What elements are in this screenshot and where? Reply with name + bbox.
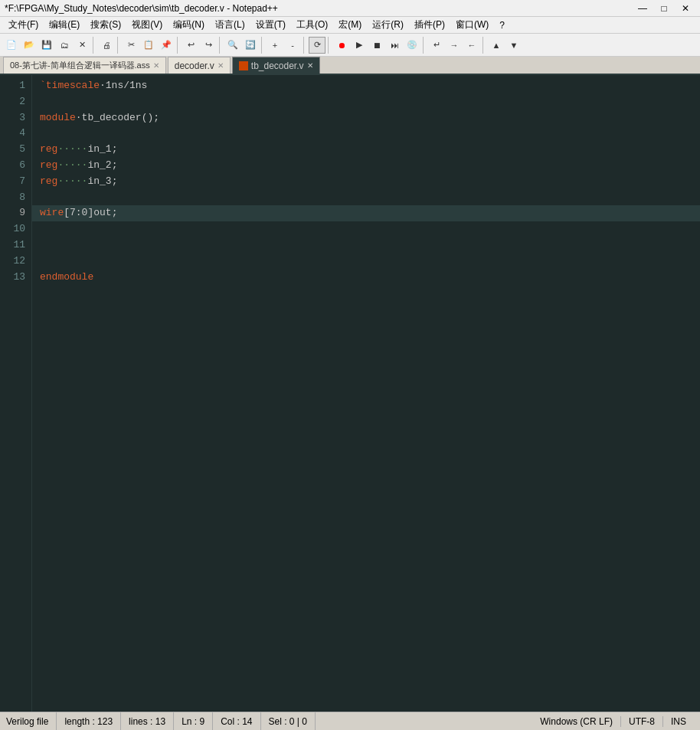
title-bar: *F:\FPGA\My_Study_Notes\decoder\sim\tb_d… <box>0 0 700 17</box>
window-controls: — □ ✕ <box>633 2 695 15</box>
unindent-button[interactable]: ← <box>463 37 480 54</box>
editor: 1 2 3 4 5 6 7 8 9 10 11 12 13 `timescale… <box>0 75 700 712</box>
status-bar: Verilog file length : 123 lines : 13 Ln … <box>0 712 700 730</box>
menu-file[interactable]: 文件(F) <box>3 17 44 33</box>
status-length: length : 123 <box>57 712 121 730</box>
close-button[interactable]: ✕ <box>675 2 695 15</box>
close-button-tb[interactable]: ✕ <box>74 37 90 54</box>
line-num-12: 12 <box>0 254 25 270</box>
tab-0[interactable]: 08-第七讲-简单组合逻辑一译码器.ass ✕ <box>3 57 166 74</box>
menu-view[interactable]: 视图(V) <box>126 17 168 33</box>
tab-0-close[interactable]: ✕ <box>153 61 159 70</box>
open-button[interactable]: 📂 <box>21 37 38 54</box>
play-button[interactable]: ▶ <box>351 37 368 54</box>
tab-2-icon <box>239 61 248 70</box>
status-lines: lines : 13 <box>121 712 174 730</box>
menu-plugins[interactable]: 插件(P) <box>409 17 450 33</box>
wrap-button[interactable]: ↵ <box>428 37 445 54</box>
line-num-7: 7 <box>0 174 25 190</box>
zoom-out-button[interactable]: - <box>284 37 301 54</box>
status-filetype: Verilog file <box>6 712 57 730</box>
sync-scroll-button[interactable]: ⟳ <box>309 37 325 54</box>
status-encoding: UTF-8 <box>621 716 663 727</box>
menu-search[interactable]: 搜索(S) <box>85 17 126 33</box>
menu-macro[interactable]: 宏(M) <box>333 17 367 33</box>
toolbar-separator-4 <box>219 37 222 54</box>
status-sel: Sel : 0 | 0 <box>261 712 316 730</box>
undo-button[interactable]: ↩ <box>182 37 199 54</box>
new-button[interactable]: 📄 <box>3 37 20 54</box>
status-right: Windows (CR LF) UTF-8 INS <box>540 716 694 727</box>
find-button[interactable]: 🔍 <box>224 37 241 54</box>
save-button[interactable]: 💾 <box>38 37 55 54</box>
redo-button[interactable]: ↪ <box>200 37 217 54</box>
indent-button[interactable]: → <box>446 37 463 54</box>
menu-edit[interactable]: 编辑(E) <box>44 17 85 33</box>
toolbar-separator-1 <box>93 37 96 54</box>
maximize-button[interactable]: □ <box>654 2 674 15</box>
tab-1[interactable]: decoder.v ✕ <box>168 57 231 74</box>
paste-button[interactable]: 📌 <box>158 37 175 54</box>
toolbar: 📄 📂 💾 🗂 ✕ 🖨 ✂ 📋 📌 ↩ ↪ 🔍 🔄 + - ⟳ ⏺ ▶ ⏹ ⏭ … <box>0 34 700 57</box>
menu-window[interactable]: 窗口(W) <box>450 17 494 33</box>
menu-help[interactable]: ? <box>494 18 510 32</box>
tab-0-label: 08-第七讲-简单组合逻辑一译码器.ass <box>10 60 150 71</box>
line-num-5: 5 <box>0 142 25 158</box>
cut-button[interactable]: ✂ <box>123 37 139 54</box>
save-macro-button[interactable]: 💿 <box>404 37 420 54</box>
status-line-ending: Windows (CR LF) <box>540 716 621 727</box>
line-numbers: 1 2 3 4 5 6 7 8 9 10 11 12 13 <box>0 75 32 712</box>
run-macro-button[interactable]: ⏭ <box>386 37 403 54</box>
record-button[interactable]: ⏺ <box>333 37 350 54</box>
replace-button[interactable]: 🔄 <box>242 37 259 54</box>
tab-2[interactable]: tb_decoder.v ✕ <box>232 57 320 74</box>
toolbar-separator-8 <box>423 37 426 54</box>
menu-run[interactable]: 运行(R) <box>367 17 409 33</box>
minimize-button[interactable]: — <box>633 2 653 15</box>
toolbar-separator-7 <box>328 37 331 54</box>
line-num-1: 1 <box>0 78 25 94</box>
line-num-2: 2 <box>0 94 25 110</box>
line-num-8: 8 <box>0 190 25 206</box>
toolbar-separator-3 <box>177 37 180 54</box>
toolbar-separator-5 <box>261 37 264 54</box>
down-arrow-button[interactable]: ▼ <box>505 37 522 54</box>
menu-bar: 文件(F) 编辑(E) 搜索(S) 视图(V) 编码(N) 语言(L) 设置(T… <box>0 17 700 34</box>
line-num-10: 10 <box>0 221 25 237</box>
tab-2-label: tb_decoder.v <box>251 61 304 71</box>
menu-settings[interactable]: 设置(T) <box>250 17 291 33</box>
menu-encode[interactable]: 编码(N) <box>168 17 210 33</box>
line-num-9: 9 <box>0 205 25 221</box>
save-all-button[interactable]: 🗂 <box>56 37 73 54</box>
tab-2-close[interactable]: ✕ <box>307 61 313 70</box>
window-title: *F:\FPGA\My_Study_Notes\decoder\sim\tb_d… <box>5 3 633 14</box>
line-num-3: 3 <box>0 110 25 126</box>
tab-1-label: decoder.v <box>175 61 214 71</box>
toolbar-separator-2 <box>117 37 120 54</box>
toolbar-separator-6 <box>303 37 306 54</box>
status-mode: INS <box>663 716 694 727</box>
menu-tools[interactable]: 工具(O) <box>291 17 333 33</box>
line-num-11: 11 <box>0 237 25 254</box>
code-content[interactable]: `timescale·1ns/1ns module·tb_decoder(); … <box>32 75 700 712</box>
status-col: Col : 14 <box>213 712 260 730</box>
copy-button[interactable]: 📋 <box>140 37 157 54</box>
up-arrow-button[interactable]: ▲ <box>488 37 505 54</box>
stop-button[interactable]: ⏹ <box>368 37 385 54</box>
status-cursor: Ln : 9 <box>174 712 213 730</box>
line-num-13: 13 <box>0 270 25 286</box>
toolbar-separator-9 <box>482 37 486 54</box>
menu-language[interactable]: 语言(L) <box>210 17 250 33</box>
line-num-6: 6 <box>0 158 25 174</box>
tab-1-close[interactable]: ✕ <box>218 61 224 70</box>
tab-bar: 08-第七讲-简单组合逻辑一译码器.ass ✕ decoder.v ✕ tb_d… <box>0 57 700 75</box>
line-num-4: 4 <box>0 126 25 142</box>
zoom-in-button[interactable]: + <box>267 37 283 54</box>
print-button[interactable]: 🖨 <box>98 37 115 54</box>
